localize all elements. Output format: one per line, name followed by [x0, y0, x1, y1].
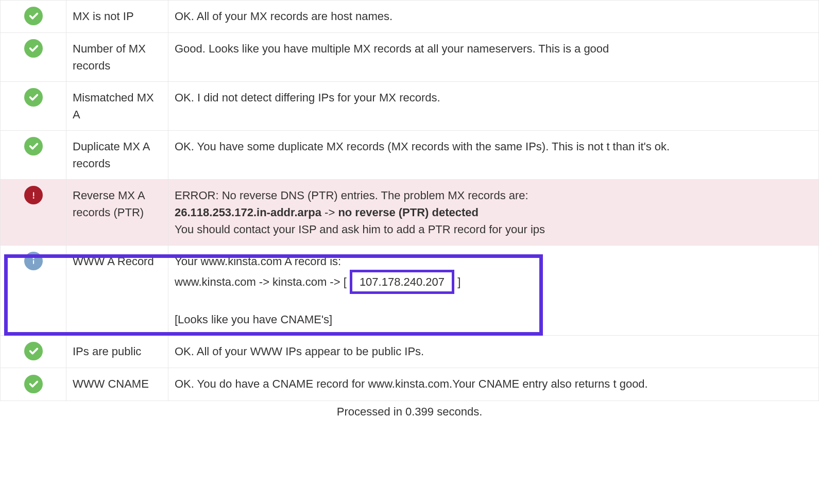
check-description: OK. All of your WWW IPs appear to be pub…: [168, 336, 819, 368]
status-cell: [1, 1, 66, 33]
check-description: OK. All of your MX records are host name…: [168, 1, 819, 33]
check-description: OK. You have some duplicate MX records (…: [168, 131, 819, 180]
table-row: Mismatched MX A OK. I did not detect dif…: [1, 82, 819, 131]
status-cell: [1, 131, 66, 180]
check-label: Reverse MX A records (PTR): [66, 180, 168, 246]
svg-rect-0: [33, 193, 34, 197]
status-cell: [1, 180, 66, 246]
check-icon: [24, 137, 43, 155]
status-cell: [1, 246, 66, 336]
svg-point-1: [32, 197, 34, 199]
status-cell: [1, 82, 66, 131]
processing-time-footer: Processed in 0.399 seconds.: [0, 401, 819, 419]
check-label: Number of MX records: [66, 33, 168, 82]
table-row: MX is not IP OK. All of your MX records …: [1, 1, 819, 33]
check-label: WWW A Record: [66, 246, 168, 336]
table-row-error: Reverse MX A records (PTR) ERROR: No rev…: [1, 180, 819, 246]
ip-address-highlight: 107.178.240.207: [350, 270, 454, 294]
status-cell: [1, 33, 66, 82]
dns-report-table-wrapper: MX is not IP OK. All of your MX records …: [0, 0, 819, 401]
error-icon: [24, 186, 43, 204]
table-row: Number of MX records Good. Looks like yo…: [1, 33, 819, 82]
www-a-line1: Your www.kinsta.com A record is:: [175, 255, 341, 268]
table-row-info: WWW A Record Your www.kinsta.com A recor…: [1, 246, 819, 336]
ptr-result: no reverse (PTR) detected: [338, 206, 479, 219]
status-cell: [1, 368, 66, 401]
error-advice: You should contact your ISP and ask him …: [175, 223, 545, 236]
dns-report-table: MX is not IP OK. All of your MX records …: [0, 0, 819, 401]
svg-rect-3: [33, 260, 34, 264]
svg-point-2: [32, 258, 34, 259]
check-description: Your www.kinsta.com A record is: www.kin…: [168, 246, 819, 336]
check-icon: [24, 375, 43, 393]
check-icon: [24, 88, 43, 107]
www-a-chain-pre: www.kinsta.com -> kinsta.com -> [: [175, 275, 350, 288]
table-row: IPs are public OK. All of your WWW IPs a…: [1, 336, 819, 368]
check-icon: [24, 342, 43, 360]
check-description: ERROR: No reverse DNS (PTR) entries. The…: [168, 180, 819, 246]
error-intro: ERROR: No reverse DNS (PTR) entries. The…: [175, 189, 528, 202]
check-description: OK. You do have a CNAME record for www.k…: [168, 368, 819, 401]
check-label: WWW CNAME: [66, 368, 168, 401]
check-label: IPs are public: [66, 336, 168, 368]
check-description: OK. I did not detect differing IPs for y…: [168, 82, 819, 131]
www-a-cname-note: [Looks like you have CNAME's]: [175, 313, 332, 326]
table-row: Duplicate MX A records OK. You have some…: [1, 131, 819, 180]
check-label: Mismatched MX A: [66, 82, 168, 131]
table-row: WWW CNAME OK. You do have a CNAME record…: [1, 368, 819, 401]
check-description: Good. Looks like you have multiple MX re…: [168, 33, 819, 82]
arrow-text: ->: [321, 206, 338, 219]
status-cell: [1, 336, 66, 368]
check-label: MX is not IP: [66, 1, 168, 33]
info-icon: [24, 252, 43, 270]
check-icon: [24, 39, 43, 58]
ptr-address: 26.118.253.172.in-addr.arpa: [175, 206, 321, 219]
check-icon: [24, 7, 43, 25]
check-label: Duplicate MX A records: [66, 131, 168, 180]
www-a-chain-post: ]: [454, 275, 460, 288]
